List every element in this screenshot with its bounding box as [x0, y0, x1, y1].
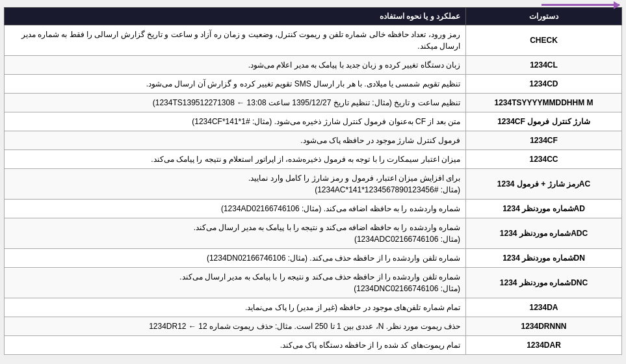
desc-cell: شماره واردشده را به حافظه اضافه می‌کند و…: [5, 218, 466, 249]
desc-cell: تنظیم ساعت و تاریخ (مثال: تنظیم تاریخ 13…: [5, 94, 466, 112]
desc-cell: تمام شماره تلفن‌های موجود در حافظه (غیر …: [5, 298, 466, 317]
table-row: شماره موردنظر 1234ADشماره واردشده را به …: [5, 200, 622, 218]
cmd-cell: 1234CF: [466, 131, 622, 150]
table-row: شماره موردنظر 1234DNCشماره تلفن واردشده …: [5, 268, 622, 298]
desc-cell: تنظیم تقویم شمسی یا میلادی. با هر بار ار…: [5, 75, 466, 94]
cmd-cell: شماره موردنظر 1234ADC: [466, 218, 622, 249]
cmd-cell: شماره موردنظر 1234AD: [466, 200, 622, 218]
table-row: 1234CCمیزان اعتبار سیمکارت را با توجه به…: [5, 150, 622, 169]
table-row: شماره موردنظر 1234DNشماره تلفن واردشده ر…: [5, 249, 622, 268]
cmd-cell: 1234CL: [466, 56, 622, 75]
arrow-icon: [541, 4, 619, 6]
table-row: 1234DAتمام شماره تلفن‌های موجود در حافظه…: [5, 298, 622, 317]
cmd-cell: CHECK: [466, 25, 622, 56]
table-row: 1234CLزبان دستگاه تغییر کرده و زبان جدید…: [5, 56, 622, 75]
desc-cell: زبان دستگاه تغییر کرده و زبان جدید با پی…: [5, 56, 466, 75]
table-row: 1234TSYYYYMMDDHHM Mتنظیم ساعت و تاریخ (م…: [5, 94, 622, 112]
table-wrapper: دستورات عملکرد و یا نحوه استفاده CHECKرم…: [0, 7, 626, 359]
table-row: رمز شارژ + فرمول 1234ACبرای افزایش میزان…: [5, 169, 622, 200]
desc-cell: شماره تلفن واردشده را از حافظه حذف می‌کن…: [5, 249, 466, 268]
cmd-cell: 1234CF شارژ کنترل فرمول: [466, 112, 622, 131]
cmd-cell: 1234CD: [466, 75, 622, 94]
desc-column-header: عملکرد و یا نحوه استفاده: [5, 8, 466, 25]
desc-cell: حذف ریموت مورد نظر. N، عددی بین 1 تا 250…: [5, 317, 466, 336]
desc-cell: متن بعد از CF به‌عنوان فرمول کنترل شارژ …: [5, 112, 466, 131]
table-row: شماره موردنظر 1234ADCشماره واردشده را به…: [5, 218, 622, 249]
cmd-cell: 1234TSYYYYMMDDHHM M: [466, 94, 622, 112]
cmd-cell: شماره موردنظر 1234DN: [466, 249, 622, 268]
desc-cell: رمز ورود، تعداد حافظه خالی شماره تلفن و …: [5, 25, 466, 56]
cmd-column-header: دستورات: [466, 8, 622, 25]
commands-table: دستورات عملکرد و یا نحوه استفاده CHECKرم…: [4, 7, 622, 355]
table-row: CHECKرمز ورود، تعداد حافظه خالی شماره تل…: [5, 25, 622, 56]
desc-cell: فرمول کنترل شارژ موجود در حافظه پاک می‌ش…: [5, 131, 466, 150]
table-row: 1234CFفرمول کنترل شارژ موجود در حافظه پا…: [5, 131, 622, 150]
cmd-cell: 1234CC: [466, 150, 622, 169]
desc-cell: برای افزایش میزان اعتبار، فرمول و رمز شا…: [5, 169, 466, 200]
cmd-cell: 1234DRNNN: [466, 317, 622, 336]
desc-cell: میزان اعتبار سیمکارت را با توجه به فرمول…: [5, 150, 466, 169]
table-row: 1234DRNNNحذف ریموت مورد نظر. N، عددی بین…: [5, 317, 622, 336]
top-arrow-container: [0, 0, 626, 7]
desc-cell: شماره تلفن واردشده را از حافظه حذف می‌کن…: [5, 268, 466, 298]
table-row: 1234DARتمام ریموت‌های کد شده را از حافظه…: [5, 336, 622, 355]
desc-cell: تمام ریموت‌های کد شده را از حافظه دستگاه…: [5, 336, 466, 355]
table-row: 1234CF شارژ کنترل فرمولمتن بعد از CF به‌…: [5, 112, 622, 131]
cmd-cell: 1234DAR: [466, 336, 622, 355]
desc-cell: شماره واردشده را به حافظه اضافه می‌کند. …: [5, 200, 466, 218]
cmd-cell: شماره موردنظر 1234DNC: [466, 268, 622, 298]
cmd-cell: 1234DA: [466, 298, 622, 317]
table-row: 1234CDتنظیم تقویم شمسی یا میلادی. با هر …: [5, 75, 622, 94]
cmd-cell: رمز شارژ + فرمول 1234AC: [466, 169, 622, 200]
